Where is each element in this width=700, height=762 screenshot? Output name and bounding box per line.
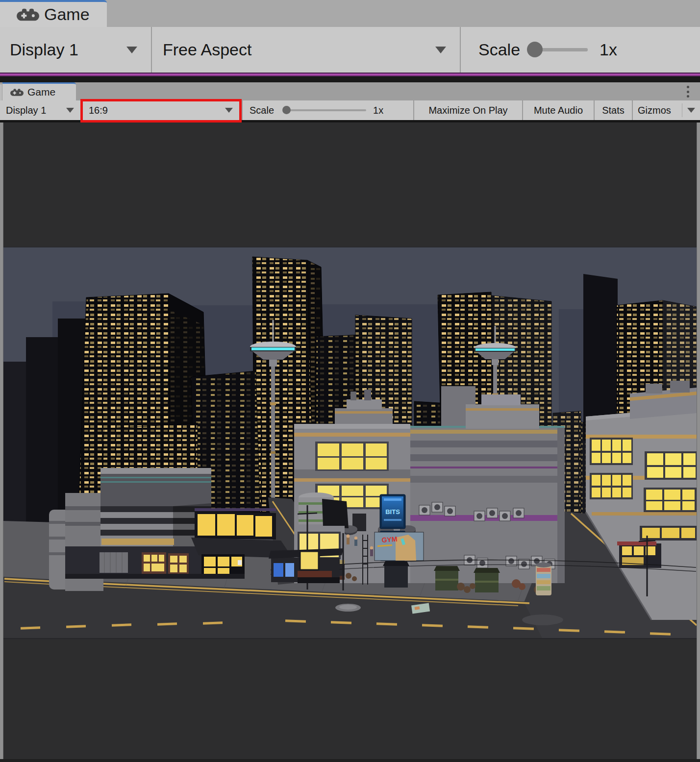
outer-aspect-value: Free Aspect <box>163 40 251 59</box>
inner-scale-knob[interactable] <box>282 106 291 114</box>
chevron-down-icon <box>435 47 446 53</box>
window-bottom-edge <box>0 759 700 762</box>
inner-toolbar: Display 1 16:9 Scale 1x Maximize On Play… <box>0 100 700 122</box>
inner-scale-value: 1x <box>373 105 383 116</box>
outer-display-value: Display 1 <box>10 40 78 59</box>
unity-editor-window: Game Display 1 Free Aspect Scale 1x <box>0 0 700 762</box>
inner-aspect-dropdown[interactable]: 16:9 <box>81 100 242 120</box>
outer-toolbar: Display 1 Free Aspect Scale 1x <box>0 27 700 73</box>
inner-display-value: Display 1 <box>6 105 46 116</box>
chevron-down-icon[interactable] <box>687 108 695 113</box>
stats-button[interactable]: Stats <box>594 100 632 120</box>
stats-label: Stats <box>602 105 625 116</box>
billboard-text: GYM <box>381 535 398 544</box>
game-view-content: BITS GYM <box>0 123 700 762</box>
outer-scale-slider[interactable] <box>531 48 588 51</box>
outer-tab-label: Game <box>44 5 90 24</box>
inner-scale-label: Scale <box>250 105 274 116</box>
window-accent-divider <box>0 73 700 76</box>
gamepad-icon <box>10 88 24 97</box>
street-kiosk <box>269 548 344 583</box>
adjacent-tab-edge <box>0 84 2 100</box>
inner-scale-slider[interactable] <box>284 109 366 111</box>
needle-ring-glow <box>475 348 515 351</box>
gizmos-label: Gizmos <box>638 105 671 116</box>
neon-sign-text: BITS <box>385 508 400 516</box>
mute-audio-button[interactable]: Mute Audio <box>522 100 594 120</box>
outer-scale-control: Scale 1x <box>461 27 700 73</box>
right-window-edge <box>697 123 700 762</box>
chevron-down-icon <box>126 47 137 53</box>
outer-tab-strip: Game <box>0 0 700 27</box>
gizmos-button[interactable]: Gizmos <box>632 100 700 120</box>
inner-aspect-value: 16:9 <box>89 105 108 116</box>
more-menu-icon[interactable] <box>684 86 691 98</box>
chevron-down-icon <box>66 108 74 113</box>
mute-audio-label: Mute Audio <box>534 105 583 116</box>
chevron-down-icon <box>225 108 233 113</box>
outer-display-dropdown[interactable]: Display 1 <box>0 27 152 73</box>
inner-game-tab[interactable]: Game <box>2 82 76 100</box>
gizmos-separator <box>682 103 682 117</box>
left-window-edge <box>0 123 3 762</box>
advert-column <box>536 563 551 595</box>
maximize-on-play-label: Maximize On Play <box>428 105 507 116</box>
outer-aspect-dropdown[interactable]: Free Aspect <box>152 27 461 73</box>
gym-billboard: GYM <box>375 532 424 561</box>
outer-scale-value: 1x <box>600 40 617 59</box>
gamepad-icon <box>17 8 39 22</box>
outer-scale-label: Scale <box>478 40 520 59</box>
inner-scale-control: Scale 1x <box>242 100 413 120</box>
needle-ring-glow <box>251 347 295 350</box>
inner-display-dropdown[interactable]: Display 1 <box>0 100 81 120</box>
maximize-on-play-button[interactable]: Maximize On Play <box>413 100 522 120</box>
game-render-viewport: BITS GYM <box>3 246 697 639</box>
window-gap <box>0 76 700 82</box>
inner-tab-label: Game <box>27 86 55 98</box>
outer-scale-knob[interactable] <box>527 42 543 57</box>
inner-tab-strip: Game <box>0 82 700 100</box>
outer-game-tab[interactable]: Game <box>0 0 107 27</box>
